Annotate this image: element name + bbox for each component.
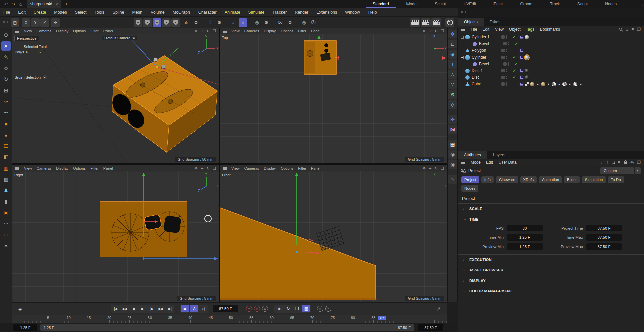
workplane-mode-icon[interactable]: ◇: [448, 100, 457, 109]
camera-label[interactable]: Default Camera▣: [102, 36, 137, 40]
model-mode-shield[interactable]: [162, 18, 171, 27]
axis-lock-button[interactable]: Y: [31, 18, 40, 27]
current-frame-field[interactable]: 87.50 F: [213, 305, 238, 312]
scale-tool[interactable]: ⊞: [1, 86, 11, 95]
visibility-dots[interactable]: [503, 62, 515, 66]
autokey-marker-toggle[interactable]: A: [190, 305, 198, 312]
viewport-label-top[interactable]: Top: [222, 36, 228, 40]
mat-dark-icon[interactable]: [525, 69, 529, 73]
tri-icon[interactable]: [557, 82, 561, 86]
viewport-perspective[interactable]: ViewCamerasDisplayOptionsFilterPanel ✥✛↻…: [12, 28, 219, 163]
viewport-menu-item[interactable]: Panel: [103, 166, 113, 170]
menu-item[interactable]: Modes: [54, 10, 67, 15]
points-mode-icon[interactable]: ∴: [448, 70, 457, 79]
menu-item[interactable]: Animate: [225, 10, 240, 15]
current-frame-marker[interactable]: 87: [378, 316, 386, 320]
landscape-tool[interactable]: ▨: [1, 175, 11, 184]
object-row[interactable]: Bevel ✓: [458, 61, 644, 67]
attributes-chip[interactable]: Info: [481, 176, 494, 183]
viewport-menu-icon[interactable]: [223, 167, 227, 170]
enabled-check-icon[interactable]: ✓: [515, 62, 521, 66]
viewport-menu-item[interactable]: View: [231, 166, 240, 170]
attributes-menu-item[interactable]: User Data: [499, 160, 517, 165]
menu-item[interactable]: Spline: [113, 10, 124, 15]
enabled-check-icon[interactable]: ✓: [513, 35, 519, 39]
enabled-check-icon[interactable]: ✓: [513, 55, 519, 60]
collapsed-section[interactable]: ›EXECUTION: [458, 254, 644, 265]
phong-icon[interactable]: [519, 35, 524, 39]
preset-dropdown-arrow-icon[interactable]: ▾: [635, 167, 641, 174]
maximize-viewport-icon[interactable]: ❐: [213, 166, 216, 171]
enabled-check-icon[interactable]: ✓: [515, 41, 521, 46]
live-selection-tool[interactable]: ➤: [1, 41, 11, 51]
object-manager-menu-item[interactable]: Object: [509, 27, 521, 32]
home-icon[interactable]: ⌂: [19, 2, 22, 7]
modeling-setup-button[interactable]: ▤: [11, 18, 19, 27]
record-position-button[interactable]: ◈: [275, 305, 283, 312]
object-manager-tab[interactable]: Takes: [484, 18, 506, 26]
mat-tan-icon[interactable]: [530, 82, 534, 86]
points-mode-shield[interactable]: [134, 18, 142, 27]
mat-dark-icon[interactable]: [525, 75, 529, 80]
object-row[interactable]: Cylinder.1 ✓: [458, 34, 644, 40]
toolbar-drag-handle[interactable]: [3, 21, 8, 25]
pan-icon[interactable]: ✥: [422, 166, 425, 171]
layout-tab[interactable]: UVEdit: [455, 0, 485, 8]
object-name[interactable]: Bevel: [479, 41, 503, 46]
render-view-button[interactable]: [410, 18, 420, 27]
attributes-menu-item[interactable]: Mode: [471, 160, 481, 165]
target-badge-icon[interactable]: ◎: [300, 18, 308, 27]
menu-item[interactable]: File: [3, 10, 10, 15]
prev-frame-button[interactable]: ◀|: [129, 305, 138, 312]
object-name[interactable]: Cylinder.1: [472, 35, 501, 39]
field-value[interactable]: 1.25 F: [507, 243, 543, 250]
enabled-check-icon[interactable]: ✓: [513, 75, 519, 80]
object-manager-menu-item[interactable]: File: [471, 27, 477, 32]
autokey-ring-button[interactable]: ◎: [317, 306, 323, 312]
play-button[interactable]: ▶: [138, 305, 147, 312]
forward-icon[interactable]: →: [599, 160, 603, 165]
viewport-menu-icon[interactable]: [15, 167, 19, 170]
viewport-menu-item[interactable]: Panel: [103, 29, 113, 33]
camera-icon[interactable]: ◉: [448, 150, 457, 159]
mirror-mode-icon[interactable]: ⋈: [448, 125, 457, 134]
phong-icon[interactable]: [519, 75, 524, 80]
preset-dropdown[interactable]: Custom: [600, 167, 634, 174]
brush-selection-expand-icon[interactable]: ▸: [43, 75, 47, 79]
viewport-label-right[interactable]: Right: [14, 173, 23, 177]
viewport-menu-icon[interactable]: [223, 30, 227, 33]
visibility-dots[interactable]: [501, 76, 513, 79]
mat-stripe-icon[interactable]: [562, 82, 567, 86]
plane-tool[interactable]: ▭: [1, 230, 11, 239]
section-scale[interactable]: ›SCALE: [458, 203, 644, 214]
object-name[interactable]: Polygon: [472, 48, 501, 53]
viewport-menu-item[interactable]: Display: [56, 29, 68, 33]
draw-keys-button[interactable]: ✎: [325, 306, 331, 312]
render-to-picture-viewer-button[interactable]: ▶: [421, 18, 431, 27]
visibility-dots[interactable]: [501, 56, 513, 59]
orbit-icon[interactable]: ↻: [207, 166, 210, 171]
sharpener-front-view[interactable]: [220, 208, 378, 300]
goto-end-button[interactable]: ▶|: [166, 305, 174, 312]
layer-square-icon[interactable]: [501, 69, 505, 72]
prev-key-button[interactable]: ◆◀: [120, 305, 129, 312]
mat-sel-icon[interactable]: [525, 55, 529, 60]
close-document-icon[interactable]: ✕: [55, 2, 58, 6]
attributes-tab[interactable]: Attributes: [458, 151, 487, 159]
pen-tool[interactable]: ✒: [1, 108, 11, 117]
viewport-front-canvas[interactable]: Y X Front Grid Spacing : 5 mm: [220, 171, 447, 302]
object-manager-menu-item[interactable]: Tags: [526, 27, 534, 32]
axis-lock-button[interactable]: X: [22, 18, 30, 27]
filter-icon[interactable]: ≡: [618, 160, 620, 165]
viewport-menu-item[interactable]: Cameras: [37, 29, 52, 33]
up-icon[interactable]: ↑: [606, 160, 608, 165]
layout-overflow-icon[interactable]: ⋮: [640, 2, 644, 6]
object-row[interactable]: Polygon ✓: [458, 47, 644, 54]
home-icon[interactable]: ⌂: [626, 27, 628, 32]
expand-timeline-icon[interactable]: ↗: [436, 306, 441, 312]
polygons-mode-shield[interactable]: [153, 18, 161, 27]
symmetry-gear-icon[interactable]: ⚙: [286, 18, 294, 27]
eyedropper-tool[interactable]: ✑: [1, 97, 11, 106]
menu-item[interactable]: Select: [75, 10, 87, 15]
search-icon[interactable]: [612, 161, 615, 164]
